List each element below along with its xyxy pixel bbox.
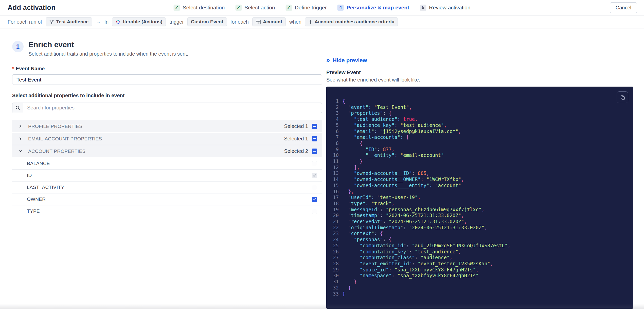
selected-count: Selected 2	[284, 148, 308, 154]
step-number-badge: 5	[420, 5, 426, 11]
code-line: 26 "computation_key": "test_audience",	[326, 249, 633, 255]
property-checkbox-unchecked[interactable]	[312, 161, 317, 166]
properties-search	[12, 103, 322, 113]
code-text: "audience_key": "test_audience",	[342, 122, 447, 128]
code-line: 23 "context": {	[326, 231, 633, 237]
line-number: 17	[326, 194, 342, 201]
step-review-activation[interactable]: 5Review activation	[420, 5, 470, 11]
property-label: BALANCE	[27, 161, 50, 166]
line-number: 30	[326, 273, 342, 279]
section-email-account-properties[interactable]: EMAIL-ACCOUNT PROPERTIESSelected 1	[12, 133, 322, 145]
code-text: "owned-accounts__ID": 885,	[342, 170, 429, 176]
properties-label: Select additional properties to include …	[12, 93, 322, 99]
app-header: Add activation ✓Select destination✓Selec…	[0, 0, 644, 15]
chip-label: Test Audience	[56, 19, 89, 25]
context-chip-test-audience[interactable]: Test Audience	[46, 17, 92, 26]
context-chip-iterable-actions[interactable]: Iterable (Actions)	[112, 17, 166, 26]
code-line: 27 "computation_class": "audience",	[326, 255, 633, 261]
context-chip-account[interactable]: Account	[252, 17, 286, 26]
section-checkbox-indeterminate[interactable]	[312, 149, 317, 154]
step-define-trigger[interactable]: ✓Define trigger	[286, 5, 327, 11]
section-checkbox-indeterminate[interactable]	[312, 136, 317, 141]
code-text: "email-accounts": [	[342, 134, 409, 140]
property-checkbox-checked[interactable]	[312, 197, 317, 202]
section-label: PROFILE PROPERTIES	[28, 124, 82, 129]
step-personalize-map-event[interactable]: 4Personalize & map event	[337, 5, 409, 11]
line-number: 20	[326, 213, 342, 219]
code-line: 10 "__entity": "email-account"	[326, 152, 633, 158]
line-number: 3	[326, 110, 342, 116]
step-select-action[interactable]: ✓Select action	[235, 5, 275, 11]
line-number: 29	[326, 267, 342, 273]
context-chip-account-matches-audience-criteria[interactable]: Account matches audience criteria	[305, 17, 398, 26]
section-checkbox-indeterminate[interactable]	[312, 124, 317, 129]
code-line: 18 "type": "track",	[326, 201, 633, 207]
copy-icon	[620, 94, 625, 100]
code-text: "event": "Test Event",	[342, 104, 412, 110]
step-label: Select destination	[183, 5, 225, 11]
code-line: 5 "audience_key": "test_audience",	[326, 122, 633, 128]
code-text: }	[342, 285, 351, 291]
line-number: 10	[326, 152, 342, 158]
step-label: Review activation	[429, 5, 470, 11]
preview-subtitle: See what the enriched event will look li…	[326, 77, 633, 83]
code-text: "space_id": "spa_tXXbfoyvCkY8rF47ghH2Ts"…	[342, 267, 479, 273]
code-line: 16 },	[326, 189, 633, 195]
context-text: For each run of	[8, 19, 42, 25]
line-number: 28	[326, 261, 342, 267]
code-line: 13 "owned-accounts__ID": 885,	[326, 170, 633, 176]
code-line: 22 "originalTimestamp": "2024-06-25T21:3…	[326, 225, 633, 231]
chip-label: Custom Event	[191, 19, 223, 25]
hide-preview-button[interactable]: » Hide preview	[326, 57, 367, 64]
line-number: 12	[326, 165, 342, 171]
code-text: "receivedAt": "2024-06-25T21:31:33.020Z"…	[342, 219, 467, 225]
line-number: 6	[326, 128, 342, 135]
code-line: 3 "properties": {	[326, 110, 633, 116]
code-line: 20 "timestamp": "2024-06-25T21:31:33.020…	[326, 213, 633, 219]
line-number: 27	[326, 255, 342, 261]
code-line: 33}	[326, 291, 633, 297]
section-label: ACCOUNT PROPERTIES	[28, 149, 85, 154]
property-row-owner: OWNER	[12, 193, 322, 205]
code-line: 19 "messageId": "personas_cb6zdbo6im9g7x…	[326, 207, 633, 213]
code-line: 21 "receivedAt": "2024-06-25T21:31:33.02…	[326, 219, 633, 225]
check-icon: ✓	[235, 5, 242, 11]
context-text: trigger	[169, 19, 184, 25]
line-number: 1	[326, 98, 342, 104]
code-line: 28 "event_emitter_id": "event_tester_IVX…	[326, 261, 633, 267]
required-marker: *	[12, 66, 14, 72]
check-icon: ✓	[174, 5, 180, 11]
search-input[interactable]	[23, 103, 322, 113]
context-bar-parts: For each run ofTest Audience→InIterable …	[8, 17, 398, 26]
event-name-input[interactable]	[12, 74, 322, 85]
section-profile-properties[interactable]: PROFILE PROPERTIESSelected 1	[12, 120, 322, 132]
code-text: },	[342, 189, 354, 195]
code-line: 24 "personas": {	[326, 237, 633, 243]
property-checkbox-unchecked[interactable]	[312, 185, 317, 190]
property-row-id: ID	[12, 170, 322, 182]
code-line: 2 "event": "Test Event",	[326, 104, 633, 110]
property-checkbox-unchecked[interactable]	[312, 209, 317, 214]
code-text: "ID": 877,	[342, 147, 395, 153]
code-text: "computation_key": "test_audience",	[342, 249, 461, 255]
preview-title: Preview Event	[326, 70, 633, 75]
code-text: "owned-accounts____entity": "account"	[342, 183, 461, 189]
enrich-header: 1 Enrich event Select additional traits …	[12, 40, 322, 57]
check-icon: ✓	[286, 5, 292, 11]
section-account-properties[interactable]: ACCOUNT PROPERTIESSelected 2	[12, 145, 322, 157]
search-icon	[12, 103, 23, 113]
step-number-badge: 4	[337, 5, 344, 11]
cancel-button[interactable]: Cancel	[610, 2, 637, 13]
preview-code-panel[interactable]: 1{2 "event": "Test Event",3 "properties"…	[326, 87, 633, 309]
context-chip-custom-event[interactable]: Custom Event	[187, 17, 227, 26]
property-row-balance: BALANCE	[12, 158, 322, 170]
line-number: 15	[326, 183, 342, 189]
chip-label: Iterable (Actions)	[123, 19, 162, 25]
line-number: 13	[326, 170, 342, 176]
code-text: "email": "j15i2ysedp@k1euxaIVia.com",	[342, 128, 461, 135]
code-text: {	[342, 140, 363, 147]
line-number: 18	[326, 201, 342, 207]
code-line: 14 "owned-accounts__OWNER": "1WCWrTXfkp"…	[326, 176, 633, 183]
copy-button[interactable]	[617, 91, 628, 103]
step-select-destination[interactable]: ✓Select destination	[174, 5, 225, 11]
